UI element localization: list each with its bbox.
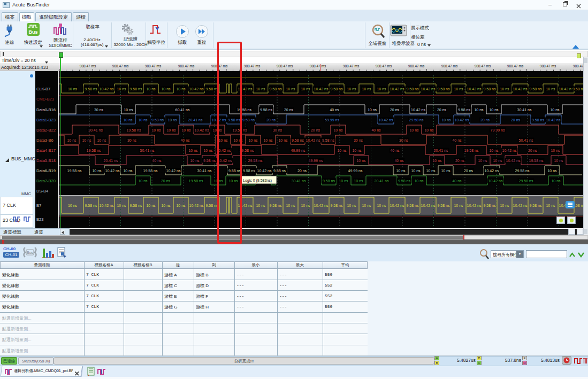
svg-text:988.47 ms: 988.47 ms [507, 64, 524, 68]
svg-text:29.58 ns: 29.58 ns [519, 179, 533, 183]
svg-text:CLK-B7: CLK-B7 [36, 87, 50, 91]
svg-text:10 ns: 10 ns [411, 169, 421, 173]
svg-text:20 ns: 20 ns [266, 118, 276, 122]
svg-text:40 ns: 40 ns [152, 159, 162, 163]
svg-text:19.58 ns: 19.58 ns [464, 149, 479, 152]
svg-text:9.58 ns: 9.58 ns [273, 169, 286, 173]
svg-text:10 ns: 10 ns [68, 87, 78, 91]
svg-text:59.99 ns: 59.99 ns [325, 118, 339, 122]
svg-text:988.47 ms: 988.47 ms [573, 64, 583, 68]
svg-text:10.42 ns: 10.42 ns [421, 204, 436, 207]
svg-text:10 ns: 10 ns [166, 128, 176, 132]
svg-text:10.42 ns: 10.42 ns [105, 169, 120, 173]
svg-text:10 ns: 10 ns [396, 169, 406, 173]
svg-text:988.47 ms: 988.47 ms [178, 64, 195, 68]
svg-text:20.41 ns: 20.41 ns [375, 179, 389, 183]
svg-text:10.42 ns: 10.42 ns [502, 149, 517, 152]
svg-text:10 ns: 10 ns [97, 138, 106, 142]
svg-text:10.42 ns: 10.42 ns [195, 128, 209, 132]
svg-text:10 ns: 10 ns [176, 87, 186, 91]
svg-text:988.47 ms: 988.47 ms [343, 64, 360, 68]
svg-text:30.41 ns: 30.41 ns [292, 179, 306, 183]
svg-text:10 ns: 10 ns [441, 118, 451, 122]
svg-text:30 ns: 30 ns [94, 108, 104, 112]
svg-text:9.58 ns: 9.58 ns [85, 204, 97, 207]
svg-text:10 ns: 10 ns [500, 204, 509, 207]
svg-text:9.58 ns: 9.58 ns [484, 204, 496, 207]
svg-text:10.42 ns: 10.42 ns [100, 87, 114, 91]
svg-text:30.41 ns: 30.41 ns [88, 128, 103, 132]
svg-text:Data0-B16: Data0-B16 [36, 107, 56, 112]
svg-text:10 ns: 10 ns [67, 138, 77, 142]
svg-text:10 ns: 10 ns [248, 138, 258, 142]
svg-text:10 ns: 10 ns [554, 159, 563, 163]
svg-text:10 ns: 10 ns [151, 128, 161, 132]
svg-text:9.58 ns: 9.58 ns [206, 204, 218, 207]
svg-text:988.47 ms: 988.47 ms [277, 64, 293, 68]
svg-text:10 ns: 10 ns [263, 138, 273, 142]
svg-text:9.58 ns: 9.58 ns [530, 87, 542, 91]
svg-text:49.99 ns: 49.99 ns [309, 159, 323, 163]
svg-text:Data2-B22: Data2-B22 [36, 128, 56, 133]
svg-text:20.41 ns: 20.41 ns [188, 118, 203, 122]
svg-text:10 ns: 10 ns [337, 149, 347, 152]
svg-text:10.42 ns: 10.42 ns [506, 159, 521, 163]
svg-text:10 ns: 10 ns [124, 108, 133, 112]
svg-text:30.41 ns: 30.41 ns [197, 169, 212, 173]
svg-text:20 ns: 20 ns [437, 108, 447, 112]
svg-text:10 ns: 10 ns [377, 204, 386, 207]
svg-text:20 ns: 20 ns [464, 169, 474, 173]
svg-text:40 ns: 40 ns [390, 149, 400, 152]
svg-text:19.58 ns: 19.58 ns [87, 149, 101, 152]
svg-text:60.41 ns: 60.41 ns [175, 108, 190, 112]
svg-text:988.47 ms: 988.47 ms [475, 64, 491, 68]
svg-text:10 ns: 10 ns [161, 204, 171, 207]
svg-text:Data1-B23: Data1-B23 [36, 118, 56, 122]
svg-text:10.42 ns: 10.42 ns [513, 87, 528, 91]
svg-text:10 ns: 10 ns [278, 138, 288, 142]
svg-text:10 ns: 10 ns [441, 169, 450, 173]
svg-text:10 ns: 10 ns [188, 149, 198, 152]
svg-text:988.47 ms: 988.47 ms [80, 64, 96, 68]
svg-text:9.58 ns: 9.58 ns [484, 87, 496, 91]
svg-text:10 ns: 10 ns [426, 169, 436, 173]
svg-text:29.58 ns: 29.58 ns [515, 169, 530, 173]
svg-text:9.58 ns: 9.58 ns [270, 87, 282, 91]
svg-text:40 ns: 40 ns [371, 128, 381, 132]
svg-text:10 ns: 10 ns [478, 159, 487, 163]
svg-text:19.58 ns: 19.58 ns [143, 169, 158, 173]
svg-text:10.42 ns: 10.42 ns [485, 169, 499, 173]
svg-text:10 ns: 10 ns [176, 204, 186, 207]
svg-text:10.42 ns: 10.42 ns [390, 204, 404, 207]
svg-text:20 ns: 20 ns [284, 108, 294, 112]
svg-text:10 ns: 10 ns [546, 204, 555, 207]
svg-text:10 ns: 10 ns [368, 108, 377, 112]
svg-text:10 ns: 10 ns [92, 169, 102, 173]
svg-text:9.58 ns: 9.58 ns [323, 179, 335, 183]
svg-text:9.58 ns: 9.58 ns [331, 87, 343, 91]
svg-text:20 ns: 20 ns [390, 108, 400, 112]
svg-text:10.42 ns: 10.42 ns [189, 87, 204, 91]
svg-text:10.42 ns: 10.42 ns [411, 108, 425, 112]
svg-text:9.58 ns: 9.58 ns [398, 179, 410, 183]
svg-text:10 ns: 10 ns [489, 108, 499, 112]
svg-text:10 ns: 10 ns [190, 159, 200, 163]
svg-text:10 ns: 10 ns [123, 169, 133, 173]
svg-text:10 ns: 10 ns [354, 179, 363, 183]
svg-text:B7: B7 [36, 203, 41, 208]
svg-text:988.47 ms: 988.47 ms [441, 64, 458, 68]
svg-text:9.58 ns: 9.58 ns [322, 138, 334, 142]
svg-text:9.58 ns: 9.58 ns [243, 169, 255, 173]
svg-text:988.47 ms: 988.47 ms [376, 64, 392, 68]
svg-text:10.42 ns: 10.42 ns [488, 179, 503, 183]
svg-text:29.58 ns: 29.58 ns [409, 118, 424, 122]
svg-text:988.47 ms: 988.47 ms [145, 64, 162, 68]
svg-text:10 ns: 10 ns [362, 204, 371, 207]
svg-text:20 ns: 20 ns [511, 118, 521, 122]
svg-text:10 ns: 10 ns [547, 169, 557, 173]
svg-text:40 ns: 40 ns [330, 108, 339, 112]
svg-text:30 ns: 30 ns [127, 138, 137, 142]
svg-text:19.58 ns: 19.58 ns [189, 179, 203, 183]
svg-text:988.47 ms: 988.47 ms [408, 64, 425, 68]
svg-text:10 ns: 10 ns [256, 204, 265, 207]
